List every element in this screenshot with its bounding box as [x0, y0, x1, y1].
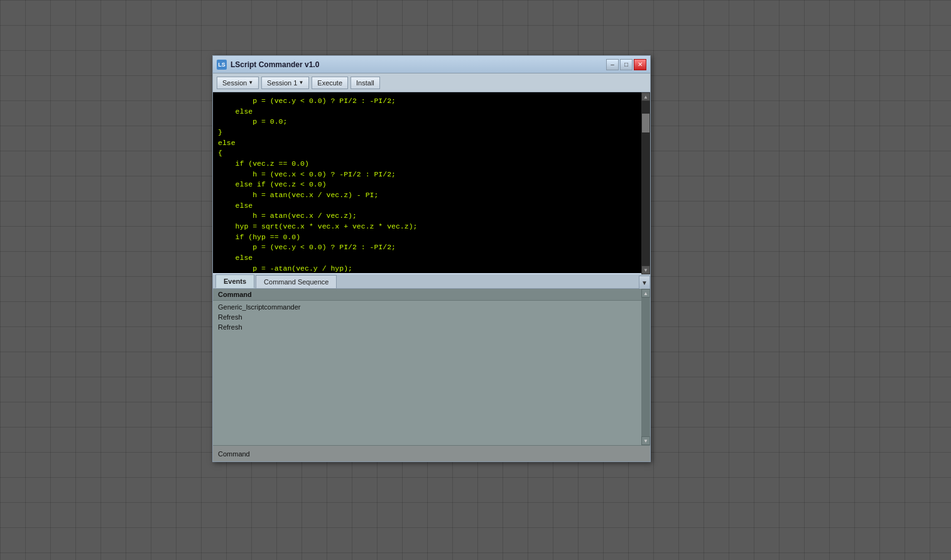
events-header: Command: [213, 289, 650, 301]
session1-dropdown-arrow: ▼: [298, 80, 303, 85]
app-icon: LS: [217, 60, 227, 70]
tab-scroll-button[interactable]: ▼: [639, 276, 650, 289]
toolbar: Session ▼ Session 1 ▼ Execute Install: [213, 73, 650, 92]
execute-button[interactable]: Execute: [312, 77, 348, 89]
code-section: p = (vec.y < 0.0) ? PI/2 : -PI/2; else p…: [213, 92, 650, 274]
code-editor[interactable]: p = (vec.y < 0.0) ? PI/2 : -PI/2; else p…: [213, 92, 641, 273]
restore-button[interactable]: □: [620, 59, 633, 70]
code-content: p = (vec.y < 0.0) ? PI/2 : -PI/2; else p…: [218, 96, 636, 273]
session-dropdown-button[interactable]: Session ▼: [217, 77, 259, 89]
events-scroll-down[interactable]: ▼: [641, 436, 650, 445]
command-label: Command: [218, 450, 250, 458]
events-scroll-track[interactable]: [641, 298, 650, 436]
list-item[interactable]: Refresh: [213, 312, 650, 322]
tabs-row: Events Command Sequence ▼: [213, 274, 650, 289]
events-section: Command Generic_lscriptcommander Refresh…: [213, 289, 650, 445]
events-scrollbar: ▲ ▼: [641, 289, 650, 445]
code-scroll-track[interactable]: [641, 101, 650, 266]
minimize-button[interactable]: –: [606, 59, 619, 70]
code-scroll-up[interactable]: ▲: [641, 92, 650, 101]
main-window: LS LScript Commander v1.0 – □ ✕ Session …: [212, 55, 651, 462]
main-content: p = (vec.y < 0.0) ? PI/2 : -PI/2; else p…: [213, 92, 650, 461]
events-body: Command Generic_lscriptcommander Refresh…: [213, 289, 650, 445]
code-scroll-down[interactable]: ▼: [641, 266, 650, 274]
events-list: Generic_lscriptcommander Refresh Refresh: [213, 301, 650, 333]
list-item[interactable]: Refresh: [213, 322, 650, 332]
list-item[interactable]: Generic_lscriptcommander: [213, 302, 650, 312]
title-bar: LS LScript Commander v1.0 – □ ✕: [213, 56, 650, 73]
session1-dropdown-button[interactable]: Session 1 ▼: [261, 77, 309, 89]
install-button[interactable]: Install: [351, 77, 380, 89]
code-scroll-thumb[interactable]: [642, 114, 649, 132]
session-dropdown-arrow: ▼: [248, 80, 253, 85]
close-button[interactable]: ✕: [634, 59, 646, 70]
window-title: LScript Commander v1.0: [231, 60, 319, 69]
code-scrollbar: ▲ ▼: [641, 92, 650, 274]
title-bar-left: LS LScript Commander v1.0: [217, 60, 319, 70]
tab-command-sequence[interactable]: Command Sequence: [256, 275, 337, 288]
bottom-bar: Command: [213, 445, 650, 461]
tab-events[interactable]: Events: [215, 274, 254, 288]
events-scroll-up[interactable]: ▲: [641, 289, 650, 298]
title-bar-buttons: – □ ✕: [606, 59, 646, 70]
